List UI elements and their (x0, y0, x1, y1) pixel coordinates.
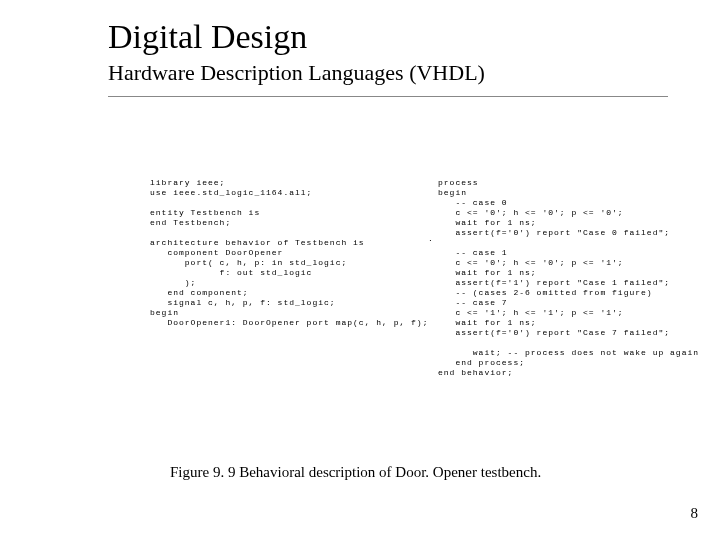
slide: Digital Design Hardware Description Lang… (0, 0, 720, 540)
stray-period: . (428, 234, 434, 243)
page-number: 8 (691, 505, 699, 522)
code-block-right: process begin -- case 0 c <= '0'; h <= '… (438, 178, 698, 378)
figure-caption: Figure 9. 9 Behavioral description of Do… (170, 464, 541, 481)
page-subtitle: Hardware Description Languages (VHDL) (108, 60, 485, 86)
title-rule (108, 96, 668, 97)
page-title: Digital Design (108, 18, 307, 56)
code-block-left: library ieee; use ieee.std_logic_1164.al… (150, 178, 440, 328)
